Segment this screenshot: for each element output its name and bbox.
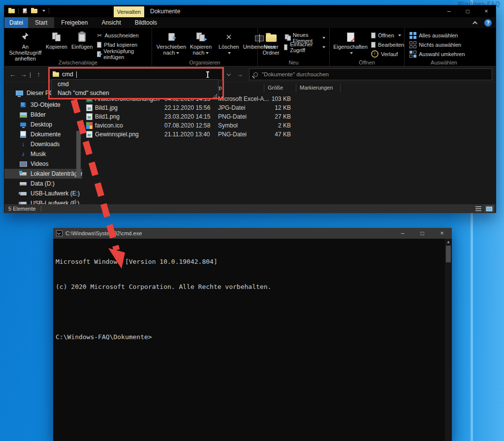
easy-access-button[interactable]: Einfacher Zugriff [282, 42, 327, 52]
cmd-icon [56, 230, 63, 236]
sidebar-scrollbar[interactable] [76, 131, 81, 178]
folder-icon[interactable] [8, 9, 15, 13]
thumbnail-view-icon[interactable] [485, 205, 494, 212]
sidebar-item-bilder[interactable]: Bilder [4, 110, 82, 120]
chevron-down-icon[interactable] [42, 10, 45, 12]
cut-button[interactable]: ✂ Ausschneiden [95, 31, 150, 40]
tab-ansicht[interactable]: Ansicht [94, 17, 127, 28]
sidebar-item-lokaler-datentr-ger-c[interactable]: Lokaler Datenträger (C:) [4, 169, 82, 179]
address-input-value[interactable]: cmd [62, 71, 73, 78]
ribbon-group-select: Alles auswählen Nichts auswählen Auswahl… [405, 28, 483, 66]
image-file-icon [86, 104, 93, 111]
button-label: Einfacher Zugriff [290, 41, 318, 53]
suggestion-cmd[interactable]: cmd [52, 80, 218, 89]
open-button[interactable]: Öffnen [369, 31, 406, 40]
cmd-prompt: C:\Windows-FAQ\Dokumente> [56, 333, 442, 341]
sidebar-item-downloads[interactable]: ↓Downloads [4, 139, 82, 149]
ribbon-group-label: Neu [258, 60, 329, 65]
cmd-line: Microsoft Windows [Version 10.0.19042.80… [56, 257, 442, 266]
chevron-down-icon[interactable] [75, 199, 76, 204]
properties-icon[interactable] [23, 8, 27, 13]
cmd-scrollbar[interactable]: ▲ [445, 239, 452, 441]
select-all-button[interactable]: Alles auswählen [408, 31, 467, 40]
edit-button[interactable]: Bearbeiten [369, 40, 406, 49]
ribbon: An Schnellzugriff anheften Kopieren Einf… [4, 28, 496, 66]
history-button[interactable]: Verlauf [369, 49, 406, 59]
suggestion-search-cmd[interactable]: Nach "cmd" suchen [52, 89, 218, 97]
sidebar-item-usb-laufwerk-e[interactable]: USB-Laufwerk (E:) [4, 189, 82, 198]
collapse-ribbon-icon[interactable] [472, 21, 477, 26]
minimize-button[interactable]: – [393, 228, 412, 239]
sidebar-item-label: Data (D:) [31, 180, 55, 187]
scrollbar-thumb[interactable] [446, 246, 451, 262]
delete-button[interactable]: × Löschen [217, 30, 241, 57]
file-date: 21.11.2020 13:40 [164, 131, 210, 138]
resize-grip-icon[interactable] [213, 94, 217, 98]
move-to-button[interactable]: Verschieben nach [155, 30, 188, 57]
tab-freigeben[interactable]: Freigeben [54, 17, 94, 28]
scissors-icon: ✂ [97, 32, 102, 38]
invert-selection-button[interactable]: Auswahl umkehren [408, 49, 467, 59]
maximize-button[interactable]: □ [412, 228, 432, 239]
chevron-down-icon[interactable] [30, 72, 31, 77]
file-list-pane: Typ Größe Markierungen Artikelveröffentl… [82, 82, 496, 204]
up-icon[interactable]: ↑ [37, 69, 40, 79]
sidebar-item-usb-laufwerk-f[interactable]: USB-Laufwerk (F:) [4, 198, 82, 204]
column-header-groesse[interactable]: Größe [268, 85, 283, 91]
new-item-icon [285, 34, 289, 41]
pin-to-quick-access-button[interactable]: An Schnellzugriff anheften [7, 30, 43, 63]
file-row-bild1-png[interactable]: Bild1.png23.03.2020 14:15PNG-Datei27 KB [82, 112, 496, 121]
close-button[interactable]: × [477, 5, 496, 17]
tab-datei[interactable]: Datei [4, 17, 28, 28]
search-box[interactable] [249, 68, 492, 80]
column-header-markierungen[interactable]: Markierungen [300, 85, 333, 91]
maximize-button[interactable]: □ [458, 5, 477, 17]
sidebar: Dieser PC3D-ObjekteBilderDesktopDokument… [4, 82, 82, 204]
file-size: 103 KB [252, 95, 291, 102]
ribbon-group-new: Neuer Ordner Neues Element Einfacher Zug… [258, 28, 330, 66]
properties-button[interactable]: Eigenschaften [333, 30, 368, 57]
file-row-favicon-ico[interactable]: favicon.ico07.08.2020 12:58Symbol2 KB [82, 121, 496, 130]
button-label: Verlauf [381, 51, 398, 57]
search-input[interactable] [262, 71, 488, 77]
sidebar-item-data-d[interactable]: Data (D:) [4, 179, 82, 189]
scroll-up-icon[interactable]: ▲ [445, 240, 452, 244]
new-folder-button[interactable]: Neuer Ordner [261, 30, 281, 57]
address-bar[interactable]: cmd [49, 68, 222, 80]
sidebar-item-musik[interactable]: ♪Musik [4, 149, 82, 159]
sidebar-item-dokumente[interactable]: Dokumente [4, 129, 82, 139]
image-file-icon [86, 131, 93, 138]
forward-icon[interactable]: → [20, 69, 27, 79]
address-dropdown-button[interactable] [224, 68, 232, 80]
sidebar-item-desktop[interactable]: Desktop [4, 120, 82, 129]
copy-button[interactable]: Kopieren [44, 30, 69, 51]
folder-icon[interactable] [31, 9, 37, 13]
divider [49, 8, 49, 14]
chevron-down-icon [228, 52, 231, 54]
copy-to-button[interactable]: Kopieren nach [189, 30, 213, 57]
file-row-gewinnspiel-png[interactable]: Gewinnspiel.png21.11.2020 13:40PNG-Datei… [82, 130, 496, 139]
sidebar-item-videos[interactable]: Videos [4, 159, 82, 169]
address-suggestion-dropdown: cmd Nach "cmd" suchen [51, 79, 219, 99]
sidebar-item-3d-objekte[interactable]: 3D-Objekte [4, 100, 82, 110]
help-icon[interactable]: ? [484, 19, 492, 27]
move-icon [168, 31, 175, 43]
go-to-address-button[interactable]: → [234, 68, 245, 80]
manage-context-tab[interactable]: Verwalten [114, 6, 144, 17]
file-row-bild1-jpg[interactable]: Bild1.jpg22.12.2020 15:56JPG-Datei12 KB [82, 103, 496, 112]
tab-bildtools[interactable]: Bildtools [128, 17, 164, 28]
minimize-button[interactable]: – [440, 5, 458, 17]
paste-shortcut-button[interactable]: Verknüpfung einfügen [95, 49, 150, 59]
select-none-button[interactable]: Nichts auswählen [408, 40, 467, 49]
tab-start[interactable]: Start [28, 17, 54, 28]
file-explorer-window: Verwalten Dokumente – □ × Datei Start Fr… [4, 5, 496, 213]
drive-win-icon [19, 170, 27, 177]
paste-button[interactable]: Einfügen [70, 30, 94, 51]
file-name: Bild1.jpg [95, 104, 118, 111]
chevron-down-icon [398, 34, 401, 36]
back-icon[interactable]: ← [9, 69, 16, 79]
close-button[interactable]: × [432, 228, 452, 239]
sidebar-item-label: Musik [31, 151, 46, 158]
details-view-icon[interactable] [474, 205, 483, 212]
cmd-output[interactable]: Microsoft Windows [Version 10.0.19042.80… [53, 239, 445, 441]
